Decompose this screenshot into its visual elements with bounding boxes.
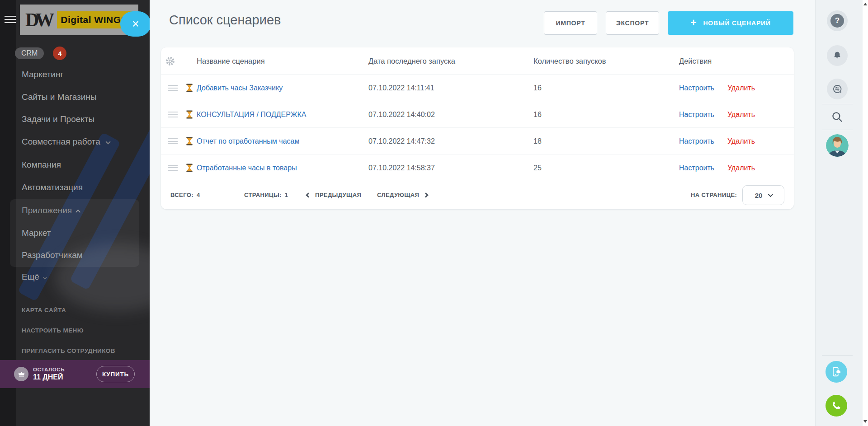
hourglass-icon — [186, 84, 193, 94]
page-title: Список сценариев — [169, 13, 281, 28]
hourglass-icon — [186, 137, 193, 147]
trial-text: ОСТАЛОСЬ 11 ДНЕЙ — [33, 367, 65, 381]
last-run-date: 07.10.2022 14:47:32 — [368, 128, 435, 154]
divider — [822, 104, 853, 104]
last-run-date: 07.10.2022 14:58:37 — [368, 154, 435, 181]
messenger-button[interactable] — [827, 79, 848, 99]
import-button[interactable]: ИМПОРТ — [544, 11, 597, 35]
chevron-right-icon — [424, 192, 429, 197]
total-count: ВСЕГО: 4 — [170, 181, 200, 209]
drag-handle-icon[interactable] — [168, 85, 178, 91]
sidebar-item-marketing[interactable]: Маркетинг — [22, 70, 63, 80]
scroll-down-arrow-icon[interactable] — [863, 420, 867, 423]
sidebar-item-apps[interactable]: Приложения — [22, 206, 80, 215]
left-sidebar: DW Digital WINGS × CRM 4 Маркетинг Сайты… — [0, 0, 150, 426]
previous-page-button[interactable]: ПРЕДЫДУЩАЯ — [307, 181, 361, 209]
column-header-last-run[interactable]: Дата последнего запуска — [368, 47, 455, 75]
mobile-app-button[interactable] — [826, 361, 847, 383]
sidebar-item-market[interactable]: Маркет — [22, 228, 51, 238]
drag-handle-icon[interactable] — [168, 165, 178, 171]
chat-bubble-icon — [832, 84, 843, 94]
help-button[interactable]: ? — [827, 10, 848, 31]
mobile-cloud-icon — [830, 366, 842, 378]
table-row: Добавить часы Заказчику 07.10.2022 14:11… — [161, 75, 794, 101]
buy-button[interactable]: КУПИТЬ — [96, 366, 135, 382]
sidebar-item-tasks[interactable]: Задачи и Проекты — [22, 114, 94, 124]
logo-monogram: DW — [25, 10, 51, 29]
column-header-run-count[interactable]: Количество запусков — [533, 47, 606, 75]
sidebar-item-developers[interactable]: Разработчикам — [22, 250, 83, 260]
sidebar-item-sites[interactable]: Сайты и Магазины — [22, 92, 97, 102]
configure-menu-link[interactable]: НАСТРОИТЬ МЕНЮ — [22, 327, 84, 334]
close-menu-button[interactable]: × — [120, 11, 150, 37]
delete-link[interactable]: Удалить — [727, 101, 755, 128]
column-header-actions: Действия — [679, 47, 712, 75]
scenario-name-link[interactable]: КОНСУЛЬТАЦИЯ / ПОДДЕРЖКА — [197, 101, 307, 128]
chevron-left-icon — [306, 192, 311, 197]
sidebar-item-company[interactable]: Компания — [22, 160, 61, 170]
crown-icon — [14, 367, 28, 381]
telephony-button[interactable] — [826, 395, 847, 417]
last-run-date: 07.10.2022 14:40:02 — [368, 101, 435, 128]
notifications-button[interactable] — [827, 45, 848, 66]
hamburger-menu-icon[interactable] — [5, 16, 16, 23]
table-footer: ВСЕГО: 4 СТРАНИЦЫ: 1 ПРЕДЫДУЩАЯ СЛЕДУЮЩА… — [161, 181, 794, 209]
configure-link[interactable]: Настроить — [679, 101, 714, 128]
table-row: КОНСУЛЬТАЦИЯ / ПОДДЕРЖКА 07.10.2022 14:4… — [161, 101, 794, 128]
scenario-name-link[interactable]: Отработанные часы в товары — [197, 154, 297, 181]
sidebar-item-crm: CRM 4 — [15, 47, 66, 60]
sidebar-item-more[interactable]: Ещё — [22, 272, 46, 282]
trial-remaining-label: ОСТАЛОСЬ — [33, 367, 65, 372]
bell-icon — [832, 51, 842, 61]
user-avatar[interactable] — [826, 134, 849, 157]
right-icon-rail: ? — [815, 0, 863, 426]
close-icon: × — [132, 17, 139, 31]
scroll-up-arrow-icon[interactable] — [863, 3, 867, 5]
hourglass-icon — [186, 164, 193, 174]
per-page-label: НА СТРАНИЦЕ: — [691, 181, 737, 209]
export-button[interactable]: ЭКСПОРТ — [606, 11, 659, 35]
chevron-up-icon — [75, 210, 80, 215]
question-mark-icon: ? — [830, 14, 844, 28]
table-row: Отработанные часы в товары 07.10.2022 14… — [161, 154, 794, 181]
page-scrollbar[interactable] — [863, 0, 868, 426]
scenario-table: Название сценария Дата последнего запуск… — [161, 47, 794, 209]
pages-count: СТРАНИЦЫ: 1 — [244, 181, 288, 209]
search-icon — [831, 111, 844, 123]
sidebar-item-automation[interactable]: Автоматизация — [22, 183, 83, 192]
divider — [822, 130, 853, 130]
configure-link[interactable]: Настроить — [679, 154, 714, 181]
run-count: 25 — [533, 154, 542, 181]
configure-link[interactable]: Настроить — [679, 128, 714, 154]
search-button[interactable] — [831, 111, 844, 123]
run-count: 18 — [533, 128, 542, 154]
sidebar-item-collaboration[interactable]: Совместная работа — [22, 137, 109, 147]
drag-handle-icon[interactable] — [168, 112, 178, 117]
delete-link[interactable]: Удалить — [727, 128, 755, 154]
trial-days-left: 11 ДНЕЙ — [33, 373, 65, 381]
configure-link[interactable]: Настроить — [679, 75, 714, 101]
invite-employees-link[interactable]: ПРИГЛАСИТЬ СОТРУДНИКОВ — [22, 347, 115, 354]
grid-settings-gear-icon[interactable] — [165, 56, 175, 68]
column-header-name[interactable]: Название сценария — [197, 47, 265, 75]
new-scenario-button[interactable]: + НОВЫЙ СЦЕНАРИЙ — [668, 11, 793, 35]
delete-link[interactable]: Удалить — [727, 75, 755, 101]
trial-banner: ОСТАЛОСЬ 11 ДНЕЙ КУПИТЬ — [0, 360, 150, 388]
scenario-name-link[interactable]: Добавить часы Заказчику — [197, 75, 283, 101]
hourglass-icon — [186, 110, 193, 121]
last-run-date: 07.10.2022 14:11:41 — [368, 75, 434, 101]
delete-link[interactable]: Удалить — [727, 154, 755, 181]
crm-pill[interactable]: CRM — [15, 47, 44, 59]
phone-icon — [831, 400, 842, 411]
crm-counter-badge: 4 — [53, 47, 66, 60]
sitemap-link[interactable]: КАРТА САЙТА — [22, 307, 66, 314]
divider — [822, 355, 853, 356]
table-row: Отчет по отработанным часам 07.10.2022 1… — [161, 128, 794, 154]
run-count: 16 — [533, 101, 542, 128]
run-count: 16 — [533, 75, 542, 101]
plus-icon: + — [690, 18, 697, 28]
scenario-name-link[interactable]: Отчет по отработанным часам — [197, 128, 299, 154]
next-page-button[interactable]: СЛЕДУЮЩАЯ — [377, 181, 428, 209]
drag-handle-icon[interactable] — [168, 138, 178, 144]
per-page-select[interactable]: 20 — [742, 185, 784, 205]
